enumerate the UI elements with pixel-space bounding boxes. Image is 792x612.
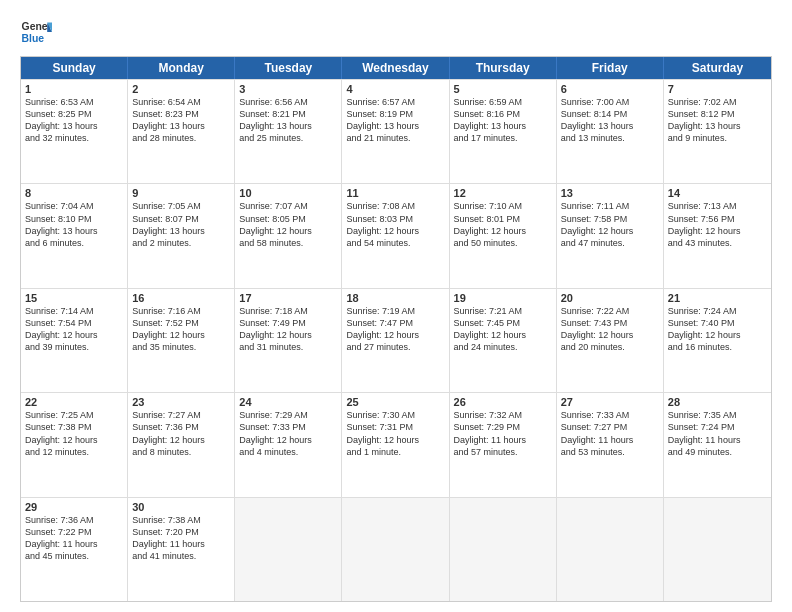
day-info: Sunrise: 7:16 AMSunset: 7:52 PMDaylight:… xyxy=(132,305,230,354)
day-info: Sunrise: 7:21 AMSunset: 7:45 PMDaylight:… xyxy=(454,305,552,354)
day-number: 2 xyxy=(132,83,230,95)
day-number: 18 xyxy=(346,292,444,304)
day-cell-16: 16Sunrise: 7:16 AMSunset: 7:52 PMDayligh… xyxy=(128,289,235,392)
day-number: 10 xyxy=(239,187,337,199)
day-cell-19: 19Sunrise: 7:21 AMSunset: 7:45 PMDayligh… xyxy=(450,289,557,392)
day-info: Sunrise: 7:10 AMSunset: 8:01 PMDaylight:… xyxy=(454,200,552,249)
day-cell-6: 6Sunrise: 7:00 AMSunset: 8:14 PMDaylight… xyxy=(557,80,664,183)
day-cell-30: 30Sunrise: 7:38 AMSunset: 7:20 PMDayligh… xyxy=(128,498,235,601)
day-number: 17 xyxy=(239,292,337,304)
day-of-week-saturday: Saturday xyxy=(664,57,771,79)
logo: General Blue xyxy=(20,16,56,48)
header: General Blue xyxy=(20,16,772,48)
day-cell-2: 2Sunrise: 6:54 AMSunset: 8:23 PMDaylight… xyxy=(128,80,235,183)
day-cell-7: 7Sunrise: 7:02 AMSunset: 8:12 PMDaylight… xyxy=(664,80,771,183)
day-cell-11: 11Sunrise: 7:08 AMSunset: 8:03 PMDayligh… xyxy=(342,184,449,287)
day-of-week-wednesday: Wednesday xyxy=(342,57,449,79)
day-cell-28: 28Sunrise: 7:35 AMSunset: 7:24 PMDayligh… xyxy=(664,393,771,496)
day-number: 9 xyxy=(132,187,230,199)
day-number: 7 xyxy=(668,83,767,95)
day-cell-23: 23Sunrise: 7:27 AMSunset: 7:36 PMDayligh… xyxy=(128,393,235,496)
day-info: Sunrise: 7:04 AMSunset: 8:10 PMDaylight:… xyxy=(25,200,123,249)
empty-cell xyxy=(235,498,342,601)
day-info: Sunrise: 7:38 AMSunset: 7:20 PMDaylight:… xyxy=(132,514,230,563)
day-cell-18: 18Sunrise: 7:19 AMSunset: 7:47 PMDayligh… xyxy=(342,289,449,392)
day-cell-4: 4Sunrise: 6:57 AMSunset: 8:19 PMDaylight… xyxy=(342,80,449,183)
day-info: Sunrise: 6:59 AMSunset: 8:16 PMDaylight:… xyxy=(454,96,552,145)
week-row-3: 15Sunrise: 7:14 AMSunset: 7:54 PMDayligh… xyxy=(21,288,771,392)
day-info: Sunrise: 7:27 AMSunset: 7:36 PMDaylight:… xyxy=(132,409,230,458)
day-info: Sunrise: 7:32 AMSunset: 7:29 PMDaylight:… xyxy=(454,409,552,458)
page: General Blue SundayMondayTuesdayWednesda… xyxy=(0,0,792,612)
day-cell-21: 21Sunrise: 7:24 AMSunset: 7:40 PMDayligh… xyxy=(664,289,771,392)
day-number: 29 xyxy=(25,501,123,513)
day-of-week-thursday: Thursday xyxy=(450,57,557,79)
day-info: Sunrise: 6:56 AMSunset: 8:21 PMDaylight:… xyxy=(239,96,337,145)
week-row-2: 8Sunrise: 7:04 AMSunset: 8:10 PMDaylight… xyxy=(21,183,771,287)
day-info: Sunrise: 7:18 AMSunset: 7:49 PMDaylight:… xyxy=(239,305,337,354)
day-info: Sunrise: 7:00 AMSunset: 8:14 PMDaylight:… xyxy=(561,96,659,145)
calendar-body: 1Sunrise: 6:53 AMSunset: 8:25 PMDaylight… xyxy=(21,79,771,601)
day-info: Sunrise: 7:05 AMSunset: 8:07 PMDaylight:… xyxy=(132,200,230,249)
day-number: 23 xyxy=(132,396,230,408)
day-cell-26: 26Sunrise: 7:32 AMSunset: 7:29 PMDayligh… xyxy=(450,393,557,496)
day-info: Sunrise: 6:53 AMSunset: 8:25 PMDaylight:… xyxy=(25,96,123,145)
day-info: Sunrise: 7:14 AMSunset: 7:54 PMDaylight:… xyxy=(25,305,123,354)
day-info: Sunrise: 7:25 AMSunset: 7:38 PMDaylight:… xyxy=(25,409,123,458)
day-number: 22 xyxy=(25,396,123,408)
day-cell-13: 13Sunrise: 7:11 AMSunset: 7:58 PMDayligh… xyxy=(557,184,664,287)
empty-cell xyxy=(450,498,557,601)
day-cell-27: 27Sunrise: 7:33 AMSunset: 7:27 PMDayligh… xyxy=(557,393,664,496)
day-info: Sunrise: 7:22 AMSunset: 7:43 PMDaylight:… xyxy=(561,305,659,354)
day-info: Sunrise: 7:13 AMSunset: 7:56 PMDaylight:… xyxy=(668,200,767,249)
day-cell-1: 1Sunrise: 6:53 AMSunset: 8:25 PMDaylight… xyxy=(21,80,128,183)
day-of-week-tuesday: Tuesday xyxy=(235,57,342,79)
day-number: 5 xyxy=(454,83,552,95)
day-info: Sunrise: 7:29 AMSunset: 7:33 PMDaylight:… xyxy=(239,409,337,458)
svg-text:Blue: Blue xyxy=(22,33,45,44)
day-info: Sunrise: 6:57 AMSunset: 8:19 PMDaylight:… xyxy=(346,96,444,145)
empty-cell xyxy=(557,498,664,601)
day-info: Sunrise: 7:24 AMSunset: 7:40 PMDaylight:… xyxy=(668,305,767,354)
day-number: 27 xyxy=(561,396,659,408)
day-cell-5: 5Sunrise: 6:59 AMSunset: 8:16 PMDaylight… xyxy=(450,80,557,183)
day-number: 30 xyxy=(132,501,230,513)
day-cell-22: 22Sunrise: 7:25 AMSunset: 7:38 PMDayligh… xyxy=(21,393,128,496)
day-number: 24 xyxy=(239,396,337,408)
empty-cell xyxy=(664,498,771,601)
day-number: 11 xyxy=(346,187,444,199)
day-cell-10: 10Sunrise: 7:07 AMSunset: 8:05 PMDayligh… xyxy=(235,184,342,287)
day-cell-9: 9Sunrise: 7:05 AMSunset: 8:07 PMDaylight… xyxy=(128,184,235,287)
day-number: 28 xyxy=(668,396,767,408)
day-number: 3 xyxy=(239,83,337,95)
day-cell-14: 14Sunrise: 7:13 AMSunset: 7:56 PMDayligh… xyxy=(664,184,771,287)
day-info: Sunrise: 7:33 AMSunset: 7:27 PMDaylight:… xyxy=(561,409,659,458)
day-cell-24: 24Sunrise: 7:29 AMSunset: 7:33 PMDayligh… xyxy=(235,393,342,496)
day-number: 25 xyxy=(346,396,444,408)
day-cell-12: 12Sunrise: 7:10 AMSunset: 8:01 PMDayligh… xyxy=(450,184,557,287)
day-number: 15 xyxy=(25,292,123,304)
calendar: SundayMondayTuesdayWednesdayThursdayFrid… xyxy=(20,56,772,602)
logo-icon: General Blue xyxy=(20,16,52,48)
day-of-week-friday: Friday xyxy=(557,57,664,79)
empty-cell xyxy=(342,498,449,601)
week-row-1: 1Sunrise: 6:53 AMSunset: 8:25 PMDaylight… xyxy=(21,79,771,183)
day-number: 4 xyxy=(346,83,444,95)
day-number: 1 xyxy=(25,83,123,95)
day-number: 21 xyxy=(668,292,767,304)
day-info: Sunrise: 7:36 AMSunset: 7:22 PMDaylight:… xyxy=(25,514,123,563)
day-info: Sunrise: 7:19 AMSunset: 7:47 PMDaylight:… xyxy=(346,305,444,354)
day-of-week-monday: Monday xyxy=(128,57,235,79)
day-number: 16 xyxy=(132,292,230,304)
day-cell-3: 3Sunrise: 6:56 AMSunset: 8:21 PMDaylight… xyxy=(235,80,342,183)
day-info: Sunrise: 7:07 AMSunset: 8:05 PMDaylight:… xyxy=(239,200,337,249)
day-info: Sunrise: 7:08 AMSunset: 8:03 PMDaylight:… xyxy=(346,200,444,249)
day-number: 19 xyxy=(454,292,552,304)
day-cell-8: 8Sunrise: 7:04 AMSunset: 8:10 PMDaylight… xyxy=(21,184,128,287)
day-cell-15: 15Sunrise: 7:14 AMSunset: 7:54 PMDayligh… xyxy=(21,289,128,392)
day-number: 26 xyxy=(454,396,552,408)
day-number: 6 xyxy=(561,83,659,95)
day-cell-29: 29Sunrise: 7:36 AMSunset: 7:22 PMDayligh… xyxy=(21,498,128,601)
week-row-4: 22Sunrise: 7:25 AMSunset: 7:38 PMDayligh… xyxy=(21,392,771,496)
day-info: Sunrise: 7:02 AMSunset: 8:12 PMDaylight:… xyxy=(668,96,767,145)
